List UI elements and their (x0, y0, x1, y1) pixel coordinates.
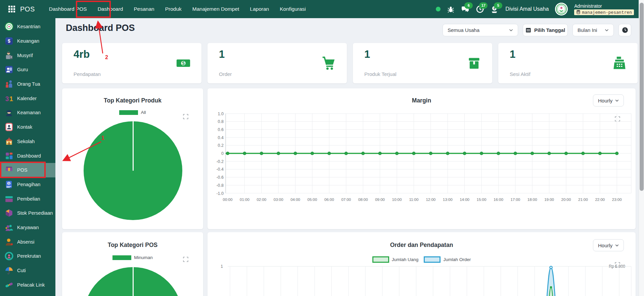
top-kategori-pos-card: Top Kategori POS Minuman (62, 232, 203, 296)
sidebar-item-label: Keuangan (17, 38, 39, 44)
sidebar-item-cuti[interactable]: Cuti (0, 263, 55, 278)
sidebar-item-karyawan[interactable]: Karyawan (0, 220, 55, 235)
business-select[interactable]: Semua Usaha (443, 24, 518, 36)
margin-card: Margin Hourly 1.00.80.60.40.20-0.2-0.4-0… (208, 88, 636, 229)
sidebar-item-orang-tua[interactable]: Orang Tua (0, 77, 55, 91)
site-name: manajemen-pesantren (582, 10, 632, 15)
sekolah-icon (5, 137, 13, 146)
history-count-badge: 17 (479, 2, 488, 9)
pie-slice-gap (133, 267, 134, 296)
clock-icon (622, 27, 628, 33)
sidebar-menu: Kesantrian$KeuanganMusyrifGuruOrang Tua3… (0, 18, 55, 292)
organization-logo-icon (555, 3, 568, 15)
sidebar-item-sekolah[interactable]: Sekolah (0, 134, 55, 149)
report-bug-button[interactable] (447, 5, 455, 13)
order-interval-select[interactable]: Hourly (593, 239, 624, 251)
site-badge: manajemen-pesantren (574, 9, 634, 15)
guru-icon (5, 65, 13, 74)
chevron-down-icon (614, 98, 619, 103)
fullscreen-icon[interactable] (183, 114, 189, 120)
online-status-dot (436, 7, 441, 11)
app-grid-icon[interactable] (8, 5, 15, 13)
time-filter-button[interactable] (618, 24, 631, 36)
wallet-button[interactable]: $ 5 (491, 5, 499, 13)
stat-label: Sesi Aktif (510, 71, 531, 77)
chevron-down-icon (604, 28, 609, 33)
scrollbar-thumb[interactable] (640, 3, 644, 191)
margin-line-chart[interactable]: 1.00.80.60.40.20-0.2-0.4-0.6-0.8-1.000:0… (212, 111, 635, 208)
chat-button[interactable]: 6 (461, 5, 469, 13)
sidebar-item-perekrutan[interactable]: Perekrutan (0, 249, 55, 263)
svg-text:-0.6: -0.6 (216, 175, 224, 180)
sidebar: Kesantrian$KeuanganMusyrifGuruOrang Tua3… (0, 18, 55, 296)
nav-item-manajemen-dompet[interactable]: Manajemen Dompet (187, 0, 245, 18)
order-area-chart[interactable] (212, 262, 635, 296)
order-pendapatan-card: Order dan Pendapatan Hourly Jumlah Uang … (208, 232, 636, 296)
kontak-icon (5, 123, 13, 131)
sidebar-item-musyrif[interactable]: Musyrif (0, 48, 55, 62)
sidebar-item-label: Orang Tua (17, 81, 40, 87)
page-scrollbar[interactable] (639, 0, 644, 296)
sidebar-item-pelacak-link[interactable]: Pelacak Link (0, 278, 55, 292)
legend-swatch (119, 110, 138, 115)
nav-item-pesanan[interactable]: Pesanan (128, 0, 159, 18)
legend-item[interactable]: All (119, 110, 146, 115)
pos-dashboard-app: POS Dashboard POSDashboardPesananProdukM… (0, 0, 644, 296)
produk-pie-chart[interactable] (84, 121, 182, 220)
margin-interval-select[interactable]: Hourly (593, 94, 624, 107)
user-menu[interactable]: Administrator manajemen-pesantren (574, 3, 634, 15)
legend-item[interactable]: Minuman (112, 255, 153, 260)
sidebar-item-kesantrian[interactable]: Kesantrian (0, 19, 55, 34)
sidebar-item-label: Musyrif (17, 53, 33, 58)
musyrif-icon (5, 51, 13, 60)
nav-item-dashboard[interactable]: Dashboard (92, 0, 129, 18)
sidebar-item-penagihan[interactable]: $Penagihan (0, 177, 55, 192)
sidebar-item-keamanan[interactable]: Keamanan (0, 105, 55, 120)
chart-title: Order dan Pendapatan (208, 242, 636, 249)
nav-item-laporan[interactable]: Laporan (244, 0, 274, 18)
legend-label: Minuman (134, 255, 153, 260)
history-button[interactable]: 17 (476, 5, 484, 13)
svg-text:20:00: 20:00 (561, 198, 571, 202)
sidebar-item-label: Absensi (17, 239, 35, 245)
svg-text:-0.8: -0.8 (216, 183, 224, 188)
period-select[interactable]: Bulan Ini (572, 24, 614, 36)
sidebar-item-stok-persediaan[interactable]: Stok Persediaan (0, 206, 55, 220)
wallet-count-badge: 5 (494, 2, 502, 9)
sidebar-item-guru[interactable]: Guru (0, 62, 55, 77)
sidebar-item-kontak[interactable]: Kontak (0, 120, 55, 134)
fullscreen-icon[interactable] (183, 256, 189, 262)
business-select-value: Semua Usaha (448, 27, 479, 33)
sidebar-item-label: Keamanan (17, 110, 41, 115)
nav-item-dashboard-pos[interactable]: Dashboard POS (44, 0, 92, 18)
sidebar-item-pos[interactable]: POS (0, 163, 55, 177)
cart-icon (321, 56, 336, 71)
nav-item-konfigurasi[interactable]: Konfigurasi (274, 0, 311, 18)
nav-item-produk[interactable]: Produk (160, 0, 187, 18)
dashboard-icon (5, 152, 13, 160)
pick-date-button[interactable]: Pilih Tanggal (523, 24, 568, 36)
sidebar-item-absensi[interactable]: Absensi (0, 235, 55, 249)
avatar[interactable] (555, 3, 568, 15)
stat-card-pendapatan: 4rbPendapatan$ (62, 43, 201, 83)
pos-pie-chart[interactable] (84, 267, 182, 296)
stat-value: 1 (219, 48, 225, 60)
division-label[interactable]: Divisi Amal Usaha (505, 6, 549, 12)
brand-title: POS (20, 5, 35, 13)
cuti-icon (5, 266, 13, 275)
kalender-icon: 31 (5, 94, 13, 103)
sidebar-item-pembelian[interactable]: Pembelian (0, 192, 55, 206)
sidebar-item-keuangan[interactable]: $Keuangan (0, 34, 55, 48)
sidebar-item-dashboard[interactable]: Dashboard (0, 149, 55, 163)
sidebar-item-kalender[interactable]: 31Kalender (0, 91, 55, 105)
chevron-down-icon (508, 28, 514, 33)
top-kategori-produk-card: Top Kategori Produk All (62, 88, 203, 229)
stat-value: 1 (364, 48, 370, 60)
svg-text:00:00: 00:00 (223, 198, 233, 202)
legend-label: Jumlah Uang (392, 257, 419, 262)
sidebar-item-label: Kesantrian (17, 24, 40, 29)
filter-bar: Semua Usaha Pilih Tanggal Bulan Ini (443, 24, 631, 36)
sidebar-item-label: Pembelian (17, 196, 40, 202)
main-content: Dashboard POS Semua Usaha Pilih Tanggal … (55, 18, 644, 296)
interval-value: Hourly (598, 243, 612, 248)
